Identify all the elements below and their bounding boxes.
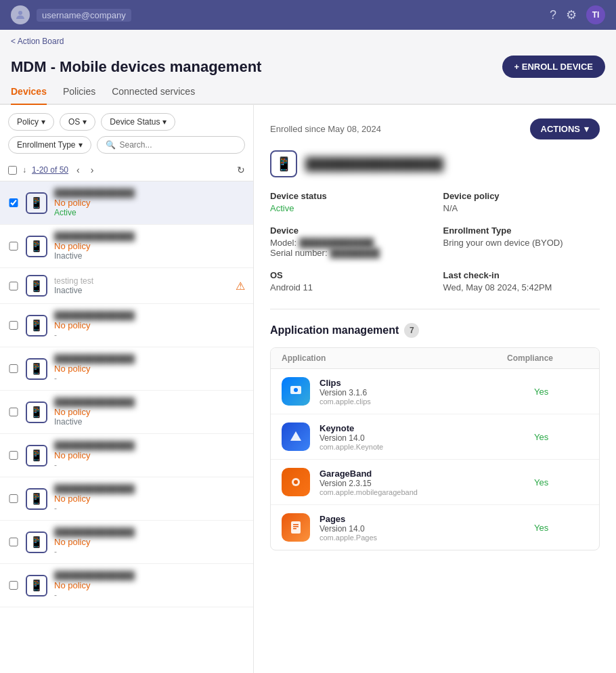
device-checkbox[interactable] [8, 494, 19, 503]
device-checkbox[interactable] [8, 321, 19, 330]
list-item[interactable]: 📱 ██████████████ No policy Active [0, 181, 253, 225]
device-info: ██████████████ No policy - [54, 311, 245, 340]
device-checkbox[interactable] [8, 242, 19, 251]
app-bundle-garageband: com.apple.mobilegarageband [320, 488, 525, 496]
device-info: ██████████████ No policy Active [54, 188, 245, 217]
actions-button[interactable]: ACTIONS ▾ [530, 118, 600, 139]
selected-device-name: ████████████████ [305, 157, 443, 171]
app-compliance-pages: Yes [534, 523, 588, 533]
os-filter[interactable]: OS ▾ [60, 113, 95, 131]
policy-filter[interactable]: Policy ▾ [8, 113, 54, 131]
device-info: ██████████████ No policy - [54, 527, 245, 557]
tab-policies[interactable]: Policies [63, 86, 95, 105]
topnav-right: ? ⚙ TI [550, 5, 605, 24]
list-item[interactable]: 📱 ██████████████ No policy - [0, 477, 253, 521]
app-count-badge: 7 [404, 323, 419, 338]
search-input[interactable] [120, 140, 237, 150]
main-content: Policy ▾ OS ▾ Device Status ▾ Enrollment… [0, 105, 616, 673]
app-row-pages: Pages Version 14.0 com.apple.Pages Yes [271, 505, 599, 550]
device-icon-large: 📱 [270, 150, 297, 177]
app-info-pages: Pages Version 14.0 com.apple.Pages [320, 514, 525, 542]
chevron-down-icon: ▾ [41, 117, 45, 127]
enroll-device-button[interactable]: + ENROLL DEVICE [502, 56, 605, 78]
device-icon: 📱 [26, 445, 47, 466]
help-icon[interactable]: ? [550, 8, 556, 22]
app-version-pages: Version 14.0 [320, 524, 525, 534]
page-header: MDM - Mobile devices management + ENROLL… [0, 49, 616, 78]
chevron-down-icon: ▾ [83, 117, 87, 127]
device-checkbox[interactable] [8, 364, 19, 373]
refresh-icon[interactable]: ↻ [237, 165, 245, 175]
app-icon-keynote [282, 422, 310, 451]
next-page-button[interactable]: › [88, 163, 97, 177]
tab-devices[interactable]: Devices [11, 86, 47, 105]
list-item[interactable]: 📱 ██████████████ No policy - [0, 304, 253, 347]
device-icon: 📱 [26, 531, 47, 553]
enrollment-type-value: Bring your own device (BYOD) [443, 238, 600, 248]
device-icon: 📱 [26, 275, 47, 297]
device-info: testing test Inactive [54, 276, 229, 295]
user-badge[interactable]: TI [586, 5, 605, 24]
page-title: MDM - Mobile devices management [11, 58, 261, 76]
app-icon-pages [282, 513, 310, 542]
chevron-down-icon: ▾ [162, 117, 167, 127]
device-status-value: Active [270, 203, 427, 213]
list-item[interactable]: 📱 ██████████████ No policy - [0, 521, 253, 564]
device-checkbox[interactable] [8, 581, 19, 590]
enrollment-type-filter[interactable]: Enrollment Type ▾ [8, 136, 91, 154]
device-checkbox[interactable] [8, 198, 19, 207]
prev-page-button[interactable]: ‹ [74, 163, 83, 177]
device-status: Inactive [54, 286, 229, 295]
device-status-filter-label: Device Status [110, 117, 160, 127]
list-item[interactable]: 📱 ██████████████ No policy - [0, 347, 253, 391]
app-icon-garageband [282, 468, 310, 496]
device-checkbox[interactable] [8, 282, 19, 290]
device-status: - [54, 590, 245, 600]
device-name: testing test [54, 276, 229, 286]
serial-value: ████████ [330, 248, 380, 258]
device-name: ██████████████ [54, 484, 245, 494]
device-status-filter[interactable]: Device Status ▾ [101, 113, 175, 131]
os-label: OS [270, 270, 427, 280]
device-icon: 📱 [26, 315, 47, 336]
device-label: Device [270, 225, 427, 236]
list-item[interactable]: 📱 ██████████████ No policy - [0, 564, 253, 607]
device-icon: 📱 [26, 401, 47, 423]
gear-icon[interactable]: ⚙ [566, 7, 577, 22]
enrolled-since: Enrolled since May 08, 2024 [270, 124, 381, 134]
device-info: ██████████████ No policy - [54, 571, 245, 600]
col-compliance: Compliance [507, 353, 588, 363]
device-name: ██████████████ [54, 571, 245, 580]
device-icon: 📱 [26, 488, 47, 510]
device-checkbox[interactable] [8, 408, 19, 416]
sort-arrow-icon: ↓ [22, 165, 26, 175]
search-box: 🔍 [97, 136, 246, 154]
tabs: Devices Policies Connected services [0, 78, 616, 105]
right-panel: Enrolled since May 08, 2024 ACTIONS ▾ 📱 … [254, 105, 616, 673]
list-item[interactable]: 📱 testing test Inactive ⚠ [0, 268, 253, 304]
device-icon: 📱 [26, 236, 47, 257]
pagination-info[interactable]: 1-20 of 50 [32, 165, 68, 175]
device-name: ██████████████ [54, 527, 245, 537]
device-policy: No policy [54, 241, 245, 251]
model-label: Model: [270, 238, 299, 248]
device-status-block: Device status Active [270, 191, 427, 213]
tab-connected-services[interactable]: Connected services [112, 86, 195, 105]
app-bundle-clips: com.apple.clips [320, 397, 525, 406]
device-serial: Serial number: ████████ [270, 248, 427, 258]
alert-icon: ⚠ [236, 280, 245, 292]
list-item[interactable]: 📱 ██████████████ No policy Inactive [0, 225, 253, 268]
select-all-checkbox[interactable] [8, 166, 17, 175]
app-compliance-keynote: Yes [534, 432, 588, 442]
list-item[interactable]: 📱 ██████████████ No policy Inactive [0, 391, 253, 434]
svg-point-5 [294, 480, 298, 484]
list-item[interactable]: 📱 ██████████████ No policy - [0, 434, 253, 477]
device-model: Model: ████████████ [270, 238, 427, 248]
device-policy: No policy [54, 320, 245, 330]
device-info: ██████████████ No policy - [54, 484, 245, 513]
os-filter-label: OS [68, 117, 80, 127]
device-checkbox[interactable] [8, 451, 19, 460]
breadcrumb[interactable]: < Action Board [0, 30, 616, 49]
app-compliance-clips: Yes [534, 387, 588, 397]
device-checkbox[interactable] [8, 538, 19, 546]
